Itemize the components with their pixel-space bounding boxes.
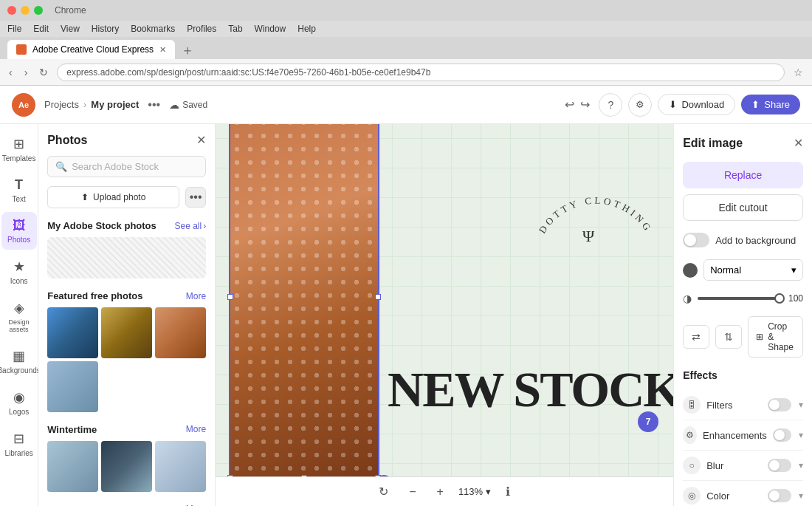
featured-photo-3[interactable] — [155, 307, 206, 358]
upload-more-options-btn[interactable]: ••• — [185, 187, 206, 208]
search-input[interactable] — [72, 161, 198, 172]
sidebar-item-libraries[interactable]: ⊟ Libraries — [1, 425, 37, 463]
address-bar: ‹ › ↻ express.adobe.com/sp/design/post/u… — [0, 59, 812, 86]
text-icon: T — [15, 177, 23, 193]
add-to-background-toggle[interactable] — [683, 233, 709, 247]
sidebar-label-icons: Icons — [10, 277, 28, 285]
panel-close-btn[interactable]: ✕ — [196, 133, 206, 147]
sidebar-item-text[interactable]: T Text — [1, 171, 37, 209]
blend-mode-dropdown[interactable]: Normal ▾ — [703, 259, 803, 281]
featured-more-link[interactable]: More — [186, 291, 206, 301]
right-panel-close-btn[interactable]: ✕ — [794, 136, 803, 150]
browser-titlebar: Chrome — [0, 0, 812, 21]
undo-btn[interactable]: ↩ — [565, 98, 574, 112]
breadcrumb-root[interactable]: Projects — [44, 99, 79, 110]
sidebar-item-backgrounds[interactable]: ▦ Backgrounds — [1, 342, 37, 380]
app-header: Ae Projects › My project ••• ☁ Saved ↩ ↪… — [0, 86, 812, 124]
handle-bottom-left[interactable] — [227, 475, 233, 477]
search-bar: 🔍 — [47, 156, 206, 177]
url-field[interactable]: express.adobe.com/sp/design/post/urn:aai… — [57, 64, 785, 81]
flip-horizontal-btn[interactable]: ⇄ — [683, 325, 709, 349]
blur-toggle[interactable] — [768, 459, 791, 472]
filters-toggle[interactable] — [768, 398, 791, 411]
featured-section-header: Featured free photos More — [47, 290, 206, 301]
my-stock-section-header: My Adobe Stock photos See all › — [47, 220, 206, 231]
close-window-btn[interactable] — [7, 6, 16, 15]
featured-photo-1[interactable] — [47, 307, 98, 358]
zoom-out-btn[interactable]: − — [403, 482, 422, 502]
sidebar-item-design-assets[interactable]: ◈ Design assets — [1, 294, 37, 339]
sidebar-label-photos: Photos — [7, 236, 30, 244]
design-assets-icon: ◈ — [14, 300, 24, 316]
canvas-photo-element[interactable]: + — [230, 124, 378, 476]
upload-photo-button[interactable]: ⬆ Upload photo — [47, 186, 179, 208]
help-btn[interactable]: ? — [599, 93, 622, 117]
zoom-level-display[interactable]: 113% ▾ — [458, 486, 491, 497]
crop-shape-btn[interactable]: ⊞ Crop & Shape — [748, 316, 803, 358]
canvas[interactable]: + DOTTY CLOTHING Ψ — [216, 124, 673, 476]
canvas-container[interactable]: + DOTTY CLOTHING Ψ — [216, 124, 673, 476]
project-more-options[interactable]: ••• — [148, 98, 160, 112]
replace-button[interactable]: Replace — [683, 162, 803, 188]
rotate-btn[interactable]: ↻ — [373, 482, 394, 502]
sidebar-item-icons[interactable]: ★ Icons — [1, 253, 37, 291]
blur-expand-btn[interactable]: ▾ — [799, 460, 803, 471]
featured-photo-4[interactable] — [47, 361, 98, 412]
color-toggle[interactable] — [768, 489, 791, 502]
share-button[interactable]: ⬆ Share — [741, 95, 800, 114]
wintertime-photo-2[interactable] — [101, 441, 152, 492]
search-icon: 🔍 — [55, 161, 67, 172]
wintertime-more-link[interactable]: More — [186, 424, 206, 434]
forward-btn[interactable]: › — [21, 65, 31, 80]
back-btn[interactable]: ‹ — [6, 65, 16, 80]
settings-btn[interactable]: ⚙ — [628, 93, 652, 117]
enhancements-icon: ⚙ — [683, 426, 697, 444]
sidebar-label-libraries: Libraries — [4, 449, 32, 457]
edit-cutout-button[interactable]: Edit cutout — [683, 194, 803, 221]
zoom-in-btn[interactable]: + — [431, 482, 450, 502]
info-btn[interactable]: ℹ — [500, 482, 516, 502]
enhancements-label: Enhancements — [703, 430, 767, 441]
download-label: Download — [681, 99, 724, 110]
handle-bottom-mid[interactable] — [301, 475, 307, 477]
featured-photo-2[interactable] — [101, 307, 152, 358]
tab-close-btn[interactable]: ✕ — [159, 45, 166, 55]
crop-icon: ⊞ — [756, 332, 763, 342]
browser-menu: File Edit View History Bookmarks Profile… — [0, 21, 812, 37]
opacity-thumb[interactable] — [774, 293, 785, 304]
dotty-clothing-arc[interactable]: DOTTY CLOTHING Ψ — [529, 146, 662, 278]
right-panel-header: Edit image ✕ — [683, 136, 803, 150]
opacity-value: 100 — [785, 293, 803, 304]
minimize-window-btn[interactable] — [21, 6, 30, 15]
wintertime-photo-1[interactable] — [47, 441, 98, 492]
sidebar-item-templates[interactable]: ⊞ Templates — [1, 130, 37, 168]
photos-icon: 🖼 — [13, 218, 26, 233]
sidebar-item-photos[interactable]: 🖼 Photos — [1, 212, 37, 250]
active-tab[interactable]: Adobe Creative Cloud Express ✕ — [7, 40, 175, 59]
handle-mid-right[interactable] — [375, 294, 381, 300]
sidebar-item-logos[interactable]: ◉ Logos — [1, 383, 37, 422]
stock-photos-placeholder[interactable] — [47, 237, 206, 278]
enhancements-toggle[interactable] — [773, 428, 791, 442]
templates-icon: ⊞ — [13, 136, 24, 152]
bookmark-btn[interactable]: ☆ — [791, 65, 806, 80]
sidebar-label-logos: Logos — [9, 408, 29, 416]
color-expand-btn[interactable]: ▾ — [799, 490, 803, 501]
enhancements-expand-btn[interactable]: ▾ — [799, 430, 803, 440]
handle-mid-left[interactable] — [227, 294, 233, 300]
filters-expand-btn[interactable]: ▾ — [799, 400, 803, 410]
wintertime-photo-3[interactable] — [155, 441, 206, 492]
my-stock-see-all-link[interactable]: See all › — [174, 221, 206, 231]
new-stock-text[interactable]: NEW STOCK — [388, 360, 673, 419]
saved-indicator: ☁ Saved — [169, 99, 207, 111]
flip-vertical-btn[interactable]: ⇅ — [715, 325, 742, 349]
opacity-slider[interactable] — [698, 297, 780, 300]
download-button[interactable]: ⬇ Download — [658, 94, 735, 115]
maximize-window-btn[interactable] — [34, 6, 43, 15]
new-tab-btn[interactable]: ＋ — [181, 41, 194, 59]
header-actions: ? ⚙ ⬇ Download ⬆ Share — [599, 93, 800, 117]
blend-mode-row: Normal ▾ — [683, 259, 803, 281]
refresh-btn[interactable]: ↻ — [36, 65, 51, 80]
featured-photo-grid — [47, 307, 206, 412]
redo-btn[interactable]: ↪ — [580, 98, 590, 112]
